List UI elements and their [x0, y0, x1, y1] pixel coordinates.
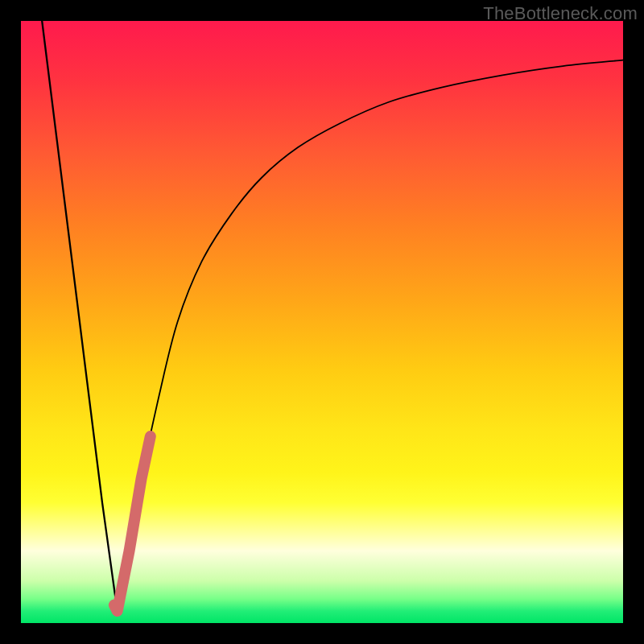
chart-frame: TheBottleneck.com: [0, 0, 644, 644]
curve-layer: [0, 0, 644, 644]
highlight-segment: [114, 436, 151, 611]
curve-right: [118, 60, 623, 611]
curve-left: [42, 21, 118, 611]
watermark-text: TheBottleneck.com: [483, 3, 638, 24]
